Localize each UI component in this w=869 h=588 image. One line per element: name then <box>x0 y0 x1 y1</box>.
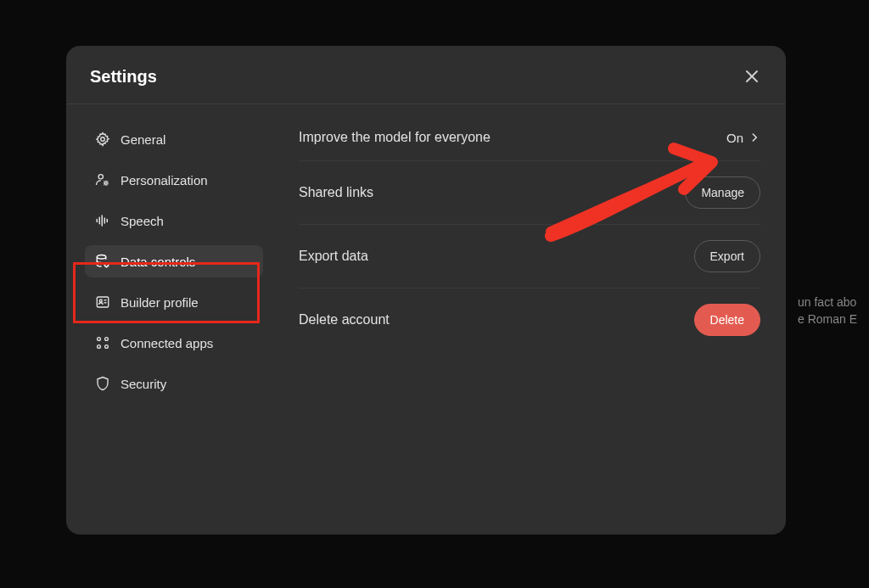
svg-point-18 <box>98 345 101 349</box>
sidebar-item-label: Connected apps <box>121 336 213 350</box>
apps-grid-icon <box>95 335 110 350</box>
sidebar-item-label: Speech <box>121 214 164 228</box>
svg-point-11 <box>105 264 109 267</box>
setting-delete-account: Delete account Delete <box>299 288 760 351</box>
sidebar-item-label: Data controls <box>121 255 195 269</box>
sidebar-item-security[interactable]: Security <box>85 367 263 400</box>
sidebar-item-builder-profile[interactable]: Builder profile <box>85 286 263 318</box>
person-settings-icon <box>95 172 110 188</box>
database-icon <box>95 254 110 269</box>
svg-point-3 <box>98 175 103 179</box>
sidebar-item-connected-apps[interactable]: Connected apps <box>85 327 263 359</box>
svg-point-17 <box>105 338 109 341</box>
waveform-icon <box>95 213 110 228</box>
delete-button[interactable]: Delete <box>694 304 760 336</box>
sidebar: General Personalization <box>66 104 273 535</box>
svg-rect-12 <box>97 297 109 307</box>
setting-label: Improve the model for everyone <box>299 130 491 145</box>
close-icon <box>745 70 759 83</box>
close-button[interactable] <box>742 66 762 87</box>
svg-point-13 <box>99 300 102 302</box>
export-button[interactable]: Export <box>694 240 760 272</box>
svg-point-2 <box>101 137 105 142</box>
svg-point-19 <box>105 345 109 349</box>
setting-label: Export data <box>299 249 368 264</box>
setting-export-data: Export data Export <box>299 225 760 288</box>
setting-improve-model: Improve the model for everyone On <box>299 126 760 161</box>
modal-title: Settings <box>90 67 157 87</box>
sidebar-item-label: General <box>121 132 165 147</box>
manage-button[interactable]: Manage <box>685 176 760 209</box>
sidebar-item-general[interactable]: General <box>85 123 263 155</box>
svg-point-10 <box>97 255 106 260</box>
improve-model-toggle[interactable]: On <box>726 131 760 145</box>
backdrop-text: e Roman E <box>798 311 857 328</box>
sidebar-item-personalization[interactable]: Personalization <box>85 164 263 196</box>
modal-body: General Personalization <box>66 104 786 535</box>
chevron-right-icon <box>748 132 760 143</box>
sidebar-item-label: Security <box>121 377 166 391</box>
profile-card-icon <box>95 294 110 310</box>
sidebar-item-data-controls[interactable]: Data controls <box>85 245 263 277</box>
shield-icon <box>95 376 110 391</box>
sidebar-item-speech[interactable]: Speech <box>85 204 263 237</box>
setting-shared-links: Shared links Manage <box>299 161 760 225</box>
setting-label: Shared links <box>299 185 373 200</box>
setting-label: Delete account <box>299 312 390 328</box>
sidebar-item-label: Personalization <box>121 173 208 188</box>
settings-content: Improve the model for everyone On Shared… <box>273 104 786 535</box>
svg-point-16 <box>98 338 101 341</box>
settings-modal: Settings General <box>66 46 786 535</box>
svg-point-4 <box>104 182 107 184</box>
modal-header: Settings <box>66 46 786 104</box>
improve-model-value: On <box>726 131 743 145</box>
backdrop-text: un fact abo <box>798 294 856 311</box>
sidebar-item-label: Builder profile <box>121 295 199 310</box>
gear-icon <box>95 132 110 147</box>
